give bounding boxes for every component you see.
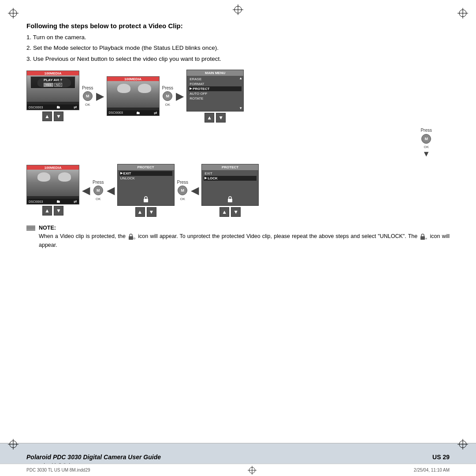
protect-2-exit: EXIT — [204, 171, 257, 176]
photo-silhouette-2 — [107, 81, 159, 108]
bottom-left: PDC 3030 TL US UM 8M.indd29 — [26, 468, 90, 472]
main-heading: Following the steps below to protect a V… — [26, 22, 450, 30]
step-list: 1. Turn on the camera. 2. Set the Mode s… — [26, 33, 450, 63]
svg-rect-9 — [144, 199, 148, 202]
protect-1-items: ▶ EXIT UNLOCK — [118, 170, 174, 182]
svg-text:on: on — [134, 237, 135, 240]
protect-arrow: ▶ — [190, 87, 192, 90]
nav-down-p2[interactable]: ▼ — [231, 207, 241, 217]
right-arrow-icon-1: ▶ — [96, 90, 104, 102]
menu-item-format: FORMAT — [189, 82, 242, 86]
lock-off-icon: off — [420, 234, 427, 240]
press-label-2: Press — [162, 86, 174, 90]
note-label: NOTE: — [39, 225, 56, 231]
screen-2-icon2: ⇌ — [154, 111, 157, 115]
nav-down-p1[interactable]: ▼ — [147, 207, 156, 217]
screen-back-photo — [27, 170, 79, 196]
screen-2-bottom: DSCI0003 🖿 ⇌ — [107, 110, 159, 115]
nav-up-1[interactable]: ▲ — [42, 112, 52, 121]
press-label-down: Press — [420, 128, 432, 133]
m-button-2[interactable]: M — [163, 91, 172, 101]
reg-mark-bottom-center — [248, 466, 257, 475]
nav-up-p1[interactable]: ▲ — [135, 207, 145, 217]
note-content: NOTE: When a Video clip is protected, th… — [39, 224, 450, 249]
m-button-1[interactable]: M — [83, 91, 93, 101]
left-arrow-icon-1: ◀ — [82, 184, 90, 197]
m-button-4[interactable]: M — [178, 186, 187, 195]
nav-down-1[interactable]: ▼ — [54, 112, 63, 121]
footer-page: US 29 — [432, 454, 450, 461]
nav-down-menu[interactable]: ▼ — [216, 113, 226, 123]
play-avi-overlay: PLAY AVI ? YES NO — [30, 76, 75, 89]
camera-unit-back: 100MEDIA DSCI0003 🖿 ⇌ ▲ ▼ — [26, 165, 79, 216]
screen-back-icon2: ⇌ — [74, 199, 77, 204]
screen-back-bottom: DSCI0003 🖿 ⇌ — [27, 199, 79, 204]
left-arrow-icon-2: ◀ — [107, 184, 115, 197]
protect-screen-2: PROTECT EXIT ▶ LOCK — [201, 164, 259, 206]
screen-back-icon1: 🖿 — [56, 199, 60, 204]
lock-icon-protect1 — [143, 196, 149, 204]
screen-1-id: DSCI0003 — [29, 106, 43, 109]
protect-screen-1: PROTECT ▶ EXIT UNLOCK — [117, 164, 175, 206]
transition-2: Press M OK — [162, 86, 174, 107]
scroll-down-icon: ▼ — [239, 106, 242, 110]
press-label-4: Press — [177, 180, 189, 185]
press-label-1: Press — [82, 86, 93, 90]
protect-1-unlock: UNLOCK — [119, 176, 172, 181]
down-transition: Press M OK ▼ — [26, 128, 450, 159]
play-avi-buttons: YES NO — [32, 83, 74, 87]
menu-item-autooff: AUTO OFF — [189, 91, 242, 96]
note-icon — [26, 224, 35, 233]
exit-arrow-1: ▶ — [120, 171, 123, 175]
diagram-row-1: 100MEDIA PLAY AVI ? YES NO DSCI0003 — [26, 70, 450, 123]
nav-up-back[interactable]: ▲ — [42, 206, 52, 216]
screen-back-id: DSCI0003 — [29, 200, 43, 203]
footer-main: Polaroid PDC 3030 Digital Camera User Gu… — [0, 452, 476, 462]
step-3: 3. Use Previous or Next button to select… — [26, 55, 450, 63]
footer-title: Polaroid PDC 3030 Digital Camera User Gu… — [26, 454, 161, 461]
protect-unit-2: PROTECT EXIT ▶ LOCK — [201, 164, 259, 217]
no-btn: NO — [54, 83, 63, 87]
camera-1-nav: ▲ ▼ — [42, 112, 63, 121]
note-text1: When a Video clip is protected, the — [39, 233, 126, 239]
bottom-right: 2/25/04, 11:10 AM — [414, 468, 450, 472]
svg-text:off: off — [425, 237, 427, 240]
nav-down-back[interactable]: ▼ — [54, 206, 63, 216]
diagram-row-2: 100MEDIA DSCI0003 🖿 ⇌ ▲ ▼ ◀ — [26, 164, 450, 217]
protect-2-nav: ▲ ▼ — [219, 207, 241, 217]
main-menu-items: ERASE FORMAT ▶ PROTECT AUTO OFF — [187, 76, 243, 102]
bottom-strip: PDC 3030 TL US UM 8M.indd29 2/25/04, 11:… — [0, 464, 476, 476]
protect-unit-1: PROTECT ▶ EXIT UNLOCK — [117, 164, 175, 217]
svg-rect-10 — [228, 199, 232, 202]
reg-mark-right — [457, 439, 468, 450]
step-2: 2. Set the Mode selector to Playback mod… — [26, 44, 450, 52]
ok-label-3: OK — [96, 197, 101, 201]
screen-1-icon2: ⇌ — [74, 105, 77, 109]
main-menu-unit: MAIN MENU ERASE FORMAT ▶ PROTECT — [186, 70, 244, 123]
ok-label-1: OK — [85, 103, 90, 107]
screen-1-bottom: DSCI0003 🖿 ⇌ — [27, 104, 79, 110]
transition-3: Press M OK — [93, 180, 104, 201]
main-menu-screen: MAIN MENU ERASE FORMAT ▶ PROTECT — [186, 70, 244, 112]
protect-2-items: EXIT ▶ LOCK — [202, 170, 258, 182]
arrow-left-2: ◀ — [107, 184, 115, 197]
press-label-3: Press — [93, 180, 104, 185]
transition-1: Press M OK — [82, 86, 93, 107]
m-button-down[interactable]: M — [421, 134, 431, 144]
protect-2-lock: ▶ LOCK — [204, 176, 257, 181]
play-avi-title: PLAY AVI ? — [32, 78, 74, 82]
screen-1-icon1: 🖿 — [56, 105, 60, 109]
lock-on-icon: on — [128, 234, 135, 240]
nav-up-p2[interactable]: ▲ — [219, 207, 229, 217]
press-m-down: Press M OK ▼ — [420, 128, 432, 159]
reg-mark-left — [8, 439, 19, 450]
screen-back: 100MEDIA DSCI0003 🖿 ⇌ — [26, 165, 79, 205]
ok-label-2: OK — [165, 103, 171, 107]
menu-item-protect: ▶ PROTECT — [189, 86, 242, 91]
transition-4: Press M OK — [177, 180, 189, 201]
menu-item-rotate: ROTATE — [189, 96, 242, 101]
camera-back-nav: ▲ ▼ — [42, 206, 63, 216]
nav-up-menu[interactable]: ▲ — [205, 113, 214, 123]
screen-2-photo — [107, 81, 159, 108]
m-button-3[interactable]: M — [93, 186, 103, 195]
